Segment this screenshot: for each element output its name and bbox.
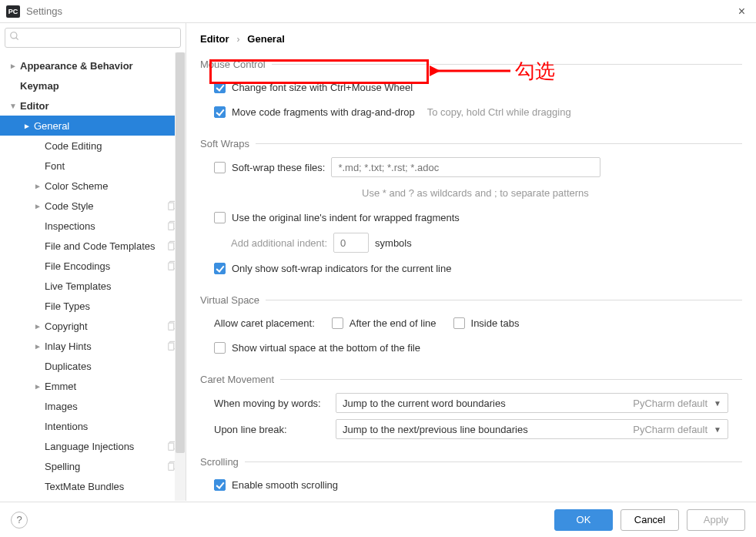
select-line-break-value: Jump to the next/previous line boundarie…: [343, 424, 633, 435]
tree-arrow-icon: ►: [9, 62, 20, 70]
checkbox-soft-wrap-files[interactable]: [214, 162, 226, 173]
label-original-indent: Use the original line's indent for wrapp…: [232, 212, 460, 223]
tree-item-todo[interactable]: TODO: [0, 496, 186, 501]
tree-item-label: File Types: [45, 300, 179, 312]
tree-item-textmate-bundles[interactable]: TextMate Bundles: [0, 476, 186, 496]
tree-item-inspections[interactable]: Inspections: [0, 216, 186, 236]
tree-item-keymap[interactable]: Keymap: [0, 76, 186, 96]
tree-scrollbar[interactable]: [175, 52, 186, 501]
tree-item-intentions[interactable]: Intentions: [0, 416, 186, 436]
tree-arrow-icon: ►: [34, 382, 45, 391]
svg-point-0: [11, 32, 17, 39]
search-icon: [9, 31, 20, 44]
content-panel: Editor › General Mouse Control Change fo…: [186, 23, 756, 501]
section-caret-movement: Caret Movement: [200, 374, 274, 385]
close-icon[interactable]: ×: [734, 5, 750, 18]
tree-item-label: Inspections: [45, 220, 167, 232]
checkbox-change-font-size[interactable]: [214, 82, 226, 93]
select-by-words-default: PyCharm default: [633, 398, 707, 409]
svg-rect-11: [169, 323, 174, 330]
checkbox-smooth-scrolling[interactable]: [214, 479, 226, 491]
svg-rect-13: [169, 343, 174, 350]
tree-item-font[interactable]: Font: [0, 156, 186, 176]
apply-button[interactable]: Apply: [687, 509, 745, 531]
label-soft-wrap-files: Soft-wrap these files:: [232, 162, 325, 173]
label-inside-tabs: Inside tabs: [471, 317, 520, 329]
tree-item-code-editing[interactable]: Code Editing: [0, 136, 186, 156]
tree-item-color-scheme[interactable]: ►Color Scheme: [0, 176, 186, 196]
label-virtual-bottom: Show virtual space at the bottom of the …: [232, 342, 420, 354]
svg-rect-3: [169, 203, 174, 210]
checkbox-softwrap-indicators[interactable]: [214, 263, 226, 274]
label-add-indent: Add additional indent:: [231, 237, 327, 249]
help-button[interactable]: ?: [11, 512, 28, 529]
tree-item-label: File Encodings: [45, 260, 167, 272]
tree-arrow-icon: ▼: [9, 102, 20, 110]
breadcrumb-editor[interactable]: Editor: [200, 33, 229, 45]
select-by-words[interactable]: Jump to the current word boundaries PyCh…: [336, 393, 728, 413]
label-allow-caret: Allow caret placement:: [214, 317, 315, 329]
tree-item-label: Copyright: [45, 321, 167, 332]
tree-arrow-icon: ►: [34, 322, 45, 331]
tree-item-file-and-code-templates[interactable]: File and Code Templates: [0, 236, 186, 256]
tree-item-label: Code Editing: [45, 140, 179, 152]
tree-item-live-templates[interactable]: Live Templates: [0, 276, 186, 296]
tree-item-file-types[interactable]: File Types: [0, 296, 186, 316]
tree-item-label: Emmet: [45, 381, 179, 392]
tree-item-label: Language Injections: [45, 441, 167, 452]
tree-item-label: Spelling: [45, 461, 167, 472]
soft-wrap-files-input[interactable]: [331, 157, 600, 177]
tree-item-emmet[interactable]: ►Emmet: [0, 376, 186, 396]
tree-item-label: Code Style: [45, 200, 167, 212]
tree-item-label: File and Code Templates: [45, 240, 167, 252]
tree-item-appearance-behavior[interactable]: ►Appearance & Behavior: [0, 55, 186, 76]
cancel-button[interactable]: Cancel: [621, 509, 679, 531]
svg-rect-15: [169, 443, 174, 450]
tree-item-label: Duplicates: [45, 361, 179, 372]
svg-rect-17: [169, 463, 174, 470]
section-soft-wraps: Soft Wraps: [200, 138, 249, 149]
tree-item-label: Color Scheme: [45, 180, 179, 192]
tree-item-label: Intentions: [45, 421, 179, 432]
tree-item-label: Images: [45, 401, 179, 412]
label-symbols: symbols: [375, 237, 412, 249]
breadcrumb-general: General: [247, 33, 284, 45]
additional-indent-input[interactable]: [333, 233, 369, 253]
tree-arrow-icon: ►: [34, 342, 45, 351]
tree-item-images[interactable]: Images: [0, 396, 186, 416]
checkbox-after-eol[interactable]: [332, 317, 343, 329]
tree-item-inlay-hints[interactable]: ►Inlay Hints: [0, 336, 186, 356]
tree-arrow-icon: ►: [34, 202, 45, 210]
tree-item-label: General: [34, 120, 179, 132]
svg-rect-5: [169, 223, 174, 230]
label-change-font-size: Change font size with Ctrl+Mouse Wheel: [232, 82, 413, 93]
ok-button[interactable]: OK: [554, 509, 613, 531]
chevron-right-icon: ›: [236, 34, 239, 45]
label-after-eol: After the end of line: [350, 317, 437, 329]
checkbox-inside-tabs[interactable]: [453, 317, 465, 329]
chevron-down-icon: ▼: [714, 399, 721, 408]
tree-arrow-icon: ►: [34, 182, 45, 190]
select-line-break-default: PyCharm default: [633, 424, 707, 435]
tree-item-duplicates[interactable]: Duplicates: [0, 356, 186, 376]
tree-item-label: Appearance & Behavior: [20, 60, 179, 72]
tree-item-spelling[interactable]: Spelling: [0, 456, 186, 476]
tree-item-label: TODO: [45, 501, 179, 502]
tree-item-editor[interactable]: ▼Editor: [0, 96, 186, 116]
footer: ? OK Cancel Apply: [0, 502, 756, 537]
hint-wildcards: Use * and ? as wildcards and ; to separa…: [362, 187, 589, 199]
window-title: Settings: [26, 5, 62, 17]
tree-item-file-encodings[interactable]: File Encodings: [0, 256, 186, 276]
section-scrolling: Scrolling: [200, 456, 239, 468]
tree-item-code-style[interactable]: ►Code Style: [0, 196, 186, 216]
search-input[interactable]: [5, 28, 181, 48]
tree-item-general[interactable]: ►General: [0, 116, 186, 136]
checkbox-virtual-bottom[interactable]: [214, 342, 226, 354]
tree-item-copyright[interactable]: ►Copyright: [0, 316, 186, 336]
checkbox-move-code-fragments[interactable]: [214, 106, 226, 118]
checkbox-original-indent[interactable]: [214, 212, 226, 223]
tree-item-language-injections[interactable]: Language Injections: [0, 436, 186, 456]
label-smooth-scrolling: Enable smooth scrolling: [232, 479, 338, 491]
select-line-break[interactable]: Jump to the next/previous line boundarie…: [336, 419, 728, 439]
tree-item-label: Keymap: [20, 80, 179, 92]
